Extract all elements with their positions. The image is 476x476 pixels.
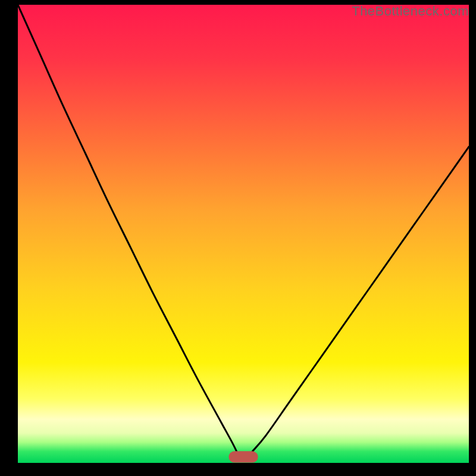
watermark-text: TheBottleneck.com: [352, 4, 469, 19]
plot-area: [18, 5, 469, 463]
optimum-marker: [228, 451, 258, 462]
chart-svg: [18, 5, 469, 463]
chart-frame: TheBottleneck.com: [0, 0, 476, 476]
gradient-background: [18, 5, 469, 463]
